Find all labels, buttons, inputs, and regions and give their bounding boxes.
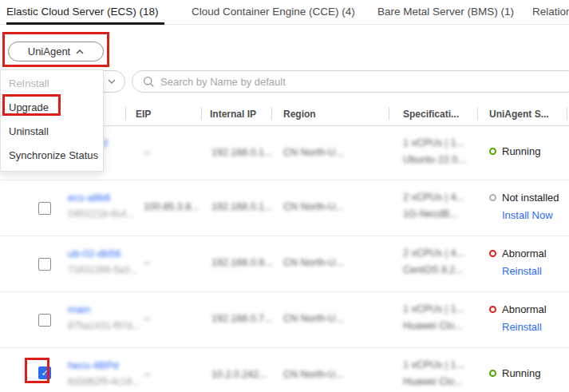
chevron-up-icon: [76, 49, 84, 54]
server-id: 875a1431-f97d...: [68, 320, 140, 331]
status-text: Running: [502, 145, 540, 157]
specification-line1: 2 vCPUs | 4...: [403, 192, 464, 203]
server-id: 04f0221b-9c4...: [68, 208, 134, 220]
status-text: Running: [502, 367, 540, 379]
uniagent-button[interactable]: UniAgent: [8, 42, 104, 61]
region-cell: CN North-U...: [283, 201, 344, 212]
active-tab-underline: [6, 22, 164, 25]
tab-bms[interactable]: Bare Metal Server (BMS) (1): [377, 6, 514, 18]
eip-cell: --: [144, 257, 150, 268]
specification-line1: 1 vCPUs | 1...: [403, 137, 464, 148]
status-action-link[interactable]: Install Now: [502, 209, 553, 221]
eip-cell: --: [144, 147, 150, 158]
column-header-eip[interactable]: EIP: [136, 109, 151, 120]
column-divider: [389, 107, 389, 120]
tab-relation[interactable]: Relation: [532, 6, 569, 18]
specification-line2: Ubuntu 22.0...: [403, 154, 466, 165]
column-divider: [201, 107, 202, 120]
uniagent-status: Running: [489, 145, 540, 157]
row-checkbox[interactable]: ✓: [38, 366, 51, 379]
internal-ip-cell: 192.168.0.7...: [211, 313, 272, 324]
internal-ip-cell: 192.168.0.1...: [211, 201, 272, 212]
server-id: 71631396-5a3...: [68, 264, 137, 275]
menu-item-synchronize-status[interactable]: Synchronize Status: [9, 149, 98, 161]
server-name-link[interactable]: hecs-4BPd: [68, 359, 119, 371]
search-input[interactable]: [160, 76, 569, 88]
eip-cell: 100.85.3.8...: [144, 201, 200, 212]
uniagent-status: Running: [489, 367, 540, 379]
server-name-link[interactable]: ecs-a8b6: [68, 192, 110, 204]
resource-type-tabs: Elastic Cloud Server (ECS) (18) Cloud Co…: [0, 0, 569, 25]
column-divider: [567, 107, 567, 120]
column-header-uniagent-status[interactable]: UniAgent S...: [489, 109, 549, 120]
table-row: ecs-a8b6 04f0221b-9c4... 100.85.3.8... 1…: [0, 180, 569, 236]
specification-line2: CentOS 8.2...: [403, 264, 464, 275]
region-cell: CN North-U...: [283, 257, 344, 268]
status-ring-icon: [489, 148, 496, 155]
status-ring-icon: [489, 306, 496, 313]
specification-line1: 1 vCPUs | 1...: [403, 303, 464, 315]
menu-item-upgrade[interactable]: Upgrade: [9, 101, 49, 113]
column-header-internal-ip[interactable]: Internal IP: [210, 109, 256, 120]
specification-line2: 1G-NecdB...: [403, 208, 458, 220]
column-divider: [271, 107, 272, 120]
column-divider: [125, 107, 126, 120]
column-header-region[interactable]: Region: [283, 109, 316, 120]
specification-line1: 2 vCPUs | 4...: [403, 247, 464, 259]
specification-line2: Huawei Clo...: [403, 320, 462, 331]
uniagent-console-page: Elastic Cloud Server (ECS) (18) Cloud Co…: [0, 0, 569, 392]
status-ring-icon: [489, 194, 496, 201]
chevron-down-icon: [108, 79, 116, 84]
search-icon: [143, 76, 155, 88]
status-ring-icon: [489, 370, 496, 377]
uniagent-dropdown-menu: ReInstall Upgrade Uninstall Synchronize …: [0, 69, 104, 172]
uniagent-status: Abnormal: [489, 303, 547, 315]
status-action-link[interactable]: Reinstall: [502, 265, 542, 277]
tab-cce[interactable]: Cloud Container Engine (CCE) (4): [192, 6, 355, 18]
status-text: Not installed: [502, 192, 559, 204]
region-cell: CN North-U...: [283, 369, 344, 380]
table-row: main 875a1431-f97d... -- 192.168.0.7... …: [0, 291, 569, 347]
eip-cell: --: [144, 313, 150, 324]
specification-line2: Huawei Clo...: [403, 376, 462, 387]
table-row: ✓ hecs-4BPd 8d3d62f9-4c18... -- 10.2.0.2…: [0, 347, 569, 392]
server-name-link[interactable]: main: [68, 303, 90, 315]
server-name-link[interactable]: ub-02-db56: [68, 247, 121, 259]
row-checkbox[interactable]: [38, 202, 51, 215]
uniagent-status: Not installed: [489, 192, 559, 204]
status-action-link[interactable]: Reinstall: [502, 321, 542, 333]
region-cell: CN North-U...: [283, 313, 344, 324]
menu-item-uninstall[interactable]: Uninstall: [9, 125, 49, 137]
eip-cell: --: [144, 369, 150, 380]
column-header-specification[interactable]: Specificati...: [403, 109, 459, 120]
internal-ip-cell: 192.168.0.1...: [211, 147, 272, 158]
search-box: [132, 70, 569, 93]
uniagent-status: Abnormal: [489, 247, 547, 259]
internal-ip-cell: 10.2.0.242...: [211, 369, 267, 380]
tab-ecs[interactable]: Elastic Cloud Server (ECS) (18): [6, 6, 159, 18]
row-checkbox[interactable]: [38, 314, 51, 327]
region-cell: CN North-U...: [283, 147, 344, 158]
server-id: 8d3d62f9-4c18...: [68, 376, 140, 387]
status-ring-icon: [489, 250, 496, 257]
row-checkbox[interactable]: [38, 258, 51, 271]
uniagent-button-label: UniAgent: [28, 46, 70, 57]
specification-line1: 1 vCPUs | 1...: [403, 359, 464, 370]
menu-item-reinstall: ReInstall: [9, 77, 49, 89]
column-divider: [477, 107, 478, 120]
table-row: ub-02-db56 71631396-5a3... -- 192.168.0.…: [0, 236, 569, 291]
internal-ip-cell: 192.168.0.9...: [211, 257, 272, 268]
status-text: Abnormal: [502, 247, 547, 259]
status-text: Abnormal: [502, 303, 547, 315]
